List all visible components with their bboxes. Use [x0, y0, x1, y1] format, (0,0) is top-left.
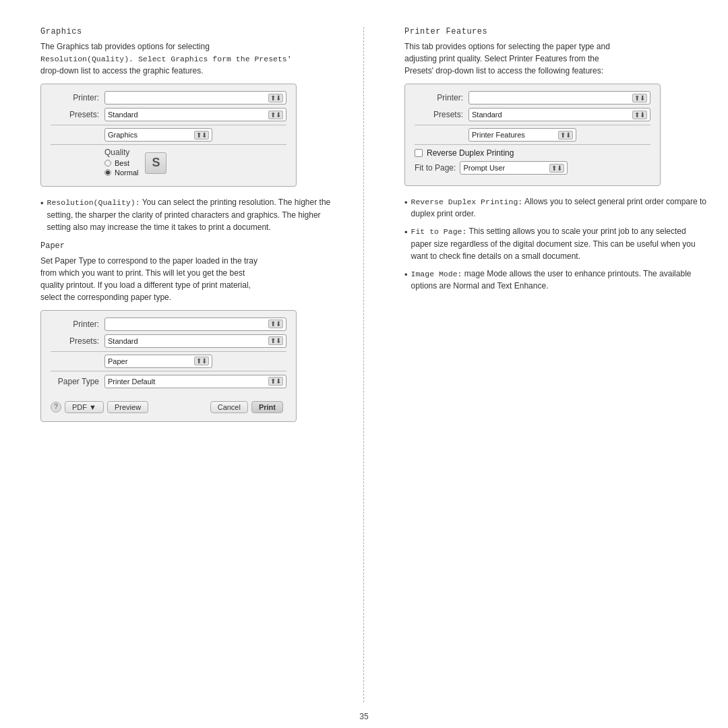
presets-select[interactable]: Standard ⬆⬇ — [104, 108, 286, 121]
pf-bullet-text-2: Fit to Page: This setting allows you to … — [411, 225, 708, 262]
resolution-bullet: • Resolution(Quality): You can select th… — [40, 196, 343, 233]
pf-bullet-text-3: Image Mode: mage Mode allows the user to… — [411, 268, 708, 292]
radio-best[interactable] — [104, 160, 111, 166]
page: Graphics The Graphics tab provides optio… — [0, 0, 728, 728]
resolution-bullet-section: • Resolution(Quality): You can select th… — [40, 196, 343, 233]
pf-bullet-dot-2: • — [404, 226, 408, 239]
radio-normal-row: Normal — [104, 169, 138, 177]
radio-normal-label: Normal — [115, 169, 138, 177]
dialog-divider-2 — [51, 144, 286, 145]
paper-type-label: Paper Type — [51, 377, 104, 386]
pf-bullet-dot-1: • — [404, 196, 408, 210]
presets-select-arrow: ⬆⬇ — [268, 111, 283, 119]
paper-tab-select[interactable]: Paper ⬆⬇ — [104, 355, 212, 368]
pf-divider-2 — [415, 144, 650, 145]
paper-printer-select[interactable]: ⬆⬇ — [104, 317, 286, 331]
pf-term-3: Image Mode: — [411, 270, 462, 278]
graphics-tab-header: Graphics ⬆⬇ — [51, 128, 286, 142]
pf-bullet-text-1: Reverse Duplex Printing: Allows you to s… — [411, 195, 708, 220]
radio-normal-fill — [106, 171, 110, 175]
pf-divider-1 — [415, 125, 650, 125]
paper-divider-1 — [51, 351, 286, 352]
reverse-duplex-label: Reverse Duplex Printing — [427, 148, 514, 158]
presets-row: Presets: Standard ⬆⬇ — [51, 108, 286, 121]
pf-presets-row: Presets: Standard ⬆⬇ — [415, 108, 650, 121]
preview-button[interactable]: Preview — [107, 401, 148, 413]
graphics-dialog: Printer: ⬆⬇ Presets: Standard ⬆⬇ — [40, 84, 297, 187]
fit-to-page-arrow: ⬆⬇ — [549, 164, 564, 173]
fit-to-page-select[interactable]: Prompt User ⬆⬇ — [460, 161, 568, 175]
print-button[interactable]: Print — [251, 401, 283, 413]
quality-section: Quality Best Normal — [51, 148, 286, 178]
printer-label: Printer: — [51, 93, 104, 102]
quality-row: Quality Best Normal — [104, 148, 286, 178]
radio-best-row: Best — [104, 159, 138, 167]
printer-features-title: Printer Features — [404, 27, 708, 36]
s-icon: S — [145, 152, 166, 174]
page-number: 35 — [0, 702, 728, 728]
resolution-bullet-dot: • — [40, 197, 44, 210]
paper-presets-arrow: ⬆⬇ — [268, 336, 283, 345]
printer-row: Printer: ⬆⬇ — [51, 91, 286, 104]
pf-dialog: Printer: ⬆⬇ Presets: Standard ⬆⬇ — [404, 84, 661, 186]
fit-to-page-row: Fit to Page: Prompt User ⬆⬇ — [415, 161, 650, 175]
paper-divider-2 — [51, 371, 286, 371]
paper-body: Set Paper Type to correspond to the pape… — [40, 255, 343, 303]
paper-tab-header: Paper ⬆⬇ — [51, 355, 286, 368]
pf-bullets-section: • Reverse Duplex Printing: Allows you to… — [404, 195, 708, 292]
paper-presets-select[interactable]: Standard ⬆⬇ — [104, 334, 286, 348]
cancel-button[interactable]: Cancel — [210, 401, 248, 413]
pf-bullet-3: • Image Mode: mage Mode allows the user … — [404, 268, 708, 292]
pf-tab-arrow: ⬆⬇ — [558, 131, 573, 140]
paper-type-select[interactable]: Printer Default ⬆⬇ — [104, 375, 286, 388]
paper-printer-arrow: ⬆⬇ — [268, 320, 283, 328]
pdf-button[interactable]: PDF ▼ — [65, 401, 104, 413]
graphics-intro: The Graphics tab provides options for se… — [40, 40, 343, 77]
pf-presets-arrow: ⬆⬇ — [632, 111, 647, 119]
paper-dialog: Printer: ⬆⬇ Presets: Standard ⬆⬇ — [40, 310, 297, 422]
pf-printer-select[interactable]: ⬆⬇ — [468, 91, 650, 104]
paper-type-arrow: ⬆⬇ — [268, 377, 283, 386]
paper-presets-row: Presets: Standard ⬆⬇ — [51, 334, 286, 348]
pf-bullet-1: • Reverse Duplex Printing: Allows you to… — [404, 195, 708, 220]
printer-select[interactable]: ⬆⬇ — [104, 91, 286, 104]
pf-bullet-2: • Fit to Page: This setting allows you t… — [404, 225, 708, 262]
paper-tab-arrow: ⬆⬇ — [194, 357, 209, 365]
presets-label: Presets: — [51, 110, 104, 119]
printer-select-arrow: ⬆⬇ — [268, 94, 283, 102]
reverse-duplex-row: Reverse Duplex Printing — [415, 148, 650, 158]
help-button[interactable]: ? — [51, 402, 61, 413]
fit-to-page-label: Fit to Page: — [415, 163, 456, 173]
paper-title: Paper — [40, 241, 343, 251]
graphics-title: Graphics — [40, 27, 343, 36]
paper-presets-label: Presets: — [51, 336, 104, 346]
pf-term-2: Fit to Page: — [411, 227, 467, 236]
pf-printer-label: Printer: — [415, 93, 468, 102]
graphics-tab-select[interactable]: Graphics ⬆⬇ — [104, 128, 212, 142]
pf-printer-arrow: ⬆⬇ — [632, 94, 647, 102]
resolution-bullet-text: Resolution(Quality): You can select the … — [47, 196, 343, 233]
reverse-duplex-checkbox[interactable] — [415, 149, 423, 157]
pf-presets-select[interactable]: Standard ⬆⬇ — [468, 108, 650, 121]
paper-type-row: Paper Type Printer Default ⬆⬇ — [51, 375, 286, 388]
quality-label: Quality — [104, 148, 138, 157]
pf-term-1: Reverse Duplex Printing: — [411, 198, 523, 206]
pf-presets-label: Presets: — [415, 110, 468, 119]
pf-tab-header: Printer Features ⬆⬇ — [415, 128, 650, 142]
left-column: Graphics The Graphics tab provides optio… — [0, 27, 364, 702]
pf-tab-select[interactable]: Printer Features ⬆⬇ — [468, 128, 576, 142]
radio-best-label: Best — [115, 159, 129, 167]
resolution-term: Resolution(Quality): — [47, 198, 140, 207]
paper-printer-row: Printer: ⬆⬇ — [51, 317, 286, 331]
radio-normal[interactable] — [104, 169, 111, 176]
dialog-bottom-bar: ? PDF ▼ Preview Cancel Print — [51, 401, 286, 413]
dialog-divider-1 — [51, 125, 286, 125]
pf-printer-row: Printer: ⬆⬇ — [415, 91, 650, 104]
tab-select-arrow: ⬆⬇ — [194, 131, 209, 140]
paper-printer-label: Printer: — [51, 320, 104, 329]
content-area: Graphics The Graphics tab provides optio… — [0, 0, 728, 702]
pf-bullet-dot-3: • — [404, 268, 408, 282]
pf-intro: This tab provides options for selecting … — [404, 40, 708, 77]
right-column: Printer Features This tab provides optio… — [364, 27, 728, 702]
